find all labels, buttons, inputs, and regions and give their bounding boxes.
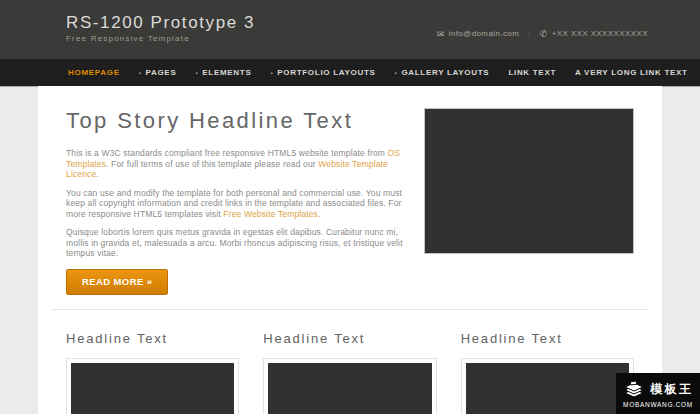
column-heading: Headline Text: [263, 332, 436, 346]
nav-item-gallery-layouts[interactable]: ▪ GALLERY LAYOUTS: [395, 68, 490, 77]
paragraph-text: This is a W3C standards compliant free r…: [66, 148, 388, 158]
content-card: Top Story Headline Text This is a W3C st…: [38, 86, 662, 414]
watermark-name-cn: 模板王: [650, 382, 694, 396]
mobanwang-logo-icon: [622, 380, 646, 399]
nav-item-label: PORTFOLIO LAYOUTS: [277, 68, 375, 77]
contact-email-link[interactable]: ✉ info@domain.com: [437, 29, 520, 39]
headline-column-1: Headline Text: [66, 332, 239, 414]
top-story-section: Top Story Headline Text This is a W3C st…: [66, 108, 634, 295]
column-image-placeholder: [71, 363, 234, 414]
email-icon: ✉: [437, 29, 445, 39]
nav-item-portfolio-layouts[interactable]: ▪ PORTFOLIO LAYOUTS: [270, 68, 375, 77]
headline-column-3: Headline Text: [461, 332, 634, 414]
read-more-button[interactable]: READ MORE »: [66, 269, 168, 295]
header-contact: ✉ info@domain.com | ✆ +XX XXX XXXXXXXXXX: [437, 24, 648, 43]
nav-item-elements[interactable]: ▪ ELEMENTS: [195, 68, 251, 77]
contact-separator: |: [528, 29, 530, 38]
nav-item-label: GALLERY LAYOUTS: [401, 68, 489, 77]
nav-item-pages[interactable]: ▪ PAGES: [139, 68, 177, 77]
site-header: RS-1200 Prototype 3 Free Responsive Temp…: [0, 0, 700, 59]
dropdown-indicator-icon: ▪: [195, 70, 198, 76]
watermark-domain: MOBANWANG.COM: [623, 401, 693, 408]
column-heading: Headline Text: [461, 332, 634, 346]
nav-item-homepage[interactable]: HOMEPAGE: [68, 68, 120, 77]
contact-phone-text: +XX XXX XXXXXXXXXX: [552, 29, 648, 38]
dropdown-indicator-icon: ▪: [139, 70, 142, 76]
nav-item-label: LINK TEXT: [508, 68, 556, 77]
nav-item-label: PAGES: [146, 68, 177, 77]
phone-icon: ✆: [540, 29, 548, 39]
nav-item-label: ELEMENTS: [202, 68, 251, 77]
column-image-placeholder: [466, 363, 629, 414]
top-story-paragraph-3: Quisque lobortis lorem quis metus gravid…: [66, 227, 408, 259]
paragraph-text: . For full terms of use of this template…: [106, 159, 318, 169]
section-divider: [52, 309, 648, 310]
column-image-frame: [263, 358, 436, 414]
dropdown-indicator-icon: ▪: [395, 70, 398, 76]
page-title: Top Story Headline Text: [66, 108, 408, 134]
headline-column-2: Headline Text: [263, 332, 436, 414]
headline-columns: Headline Text Headline Text Headline Tex…: [66, 332, 634, 414]
column-image-frame: [461, 358, 634, 414]
top-story-image-placeholder: [424, 108, 634, 254]
nav-item-label: A VERY LONG LINK TEXT: [575, 68, 688, 77]
top-story-paragraph-1: This is a W3C standards compliant free r…: [66, 148, 408, 180]
site-title: RS-1200 Prototype 3: [66, 13, 255, 32]
site-tagline: Free Responsive Template: [66, 34, 255, 43]
main-nav: HOMEPAGE ▪ PAGES ▪ ELEMENTS ▪ PORTFOLIO …: [0, 59, 700, 86]
column-image-frame: [66, 358, 239, 414]
mobanwang-watermark-badge[interactable]: 模板王 MOBANWANG.COM: [616, 373, 700, 414]
column-heading: Headline Text: [66, 332, 239, 346]
contact-email-text: info@domain.com: [449, 29, 520, 38]
top-story-text: Top Story Headline Text This is a W3C st…: [66, 108, 408, 295]
column-image-placeholder: [268, 363, 431, 414]
paragraph-text: .: [318, 209, 321, 219]
site-branding: RS-1200 Prototype 3 Free Responsive Temp…: [66, 13, 255, 43]
dropdown-indicator-icon: ▪: [270, 70, 273, 76]
nav-item-label: HOMEPAGE: [68, 68, 120, 77]
nav-item-link-text[interactable]: LINK TEXT: [508, 68, 556, 77]
top-story-paragraph-2: You can use and modify the template for …: [66, 188, 408, 220]
nav-item-very-long-link-text[interactable]: A VERY LONG LINK TEXT: [575, 68, 688, 77]
contact-phone: ✆ +XX XXX XXXXXXXXXX: [540, 29, 648, 39]
free-website-templates-link[interactable]: Free Website Templates: [223, 209, 318, 219]
paragraph-text: .: [96, 169, 99, 179]
